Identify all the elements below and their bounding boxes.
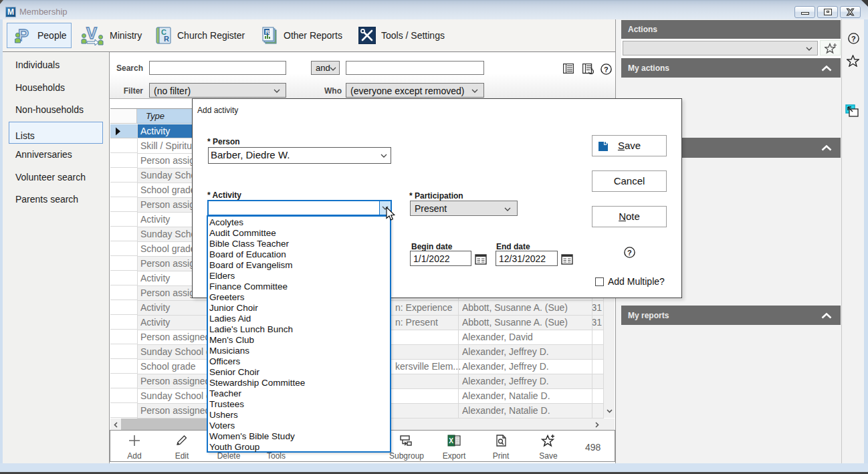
svg-text:X: X	[449, 437, 453, 445]
svg-text:R: R	[164, 35, 169, 43]
svg-text:R: R	[265, 29, 270, 35]
svg-text:?: ?	[627, 249, 632, 257]
svg-text:?: ?	[604, 66, 609, 74]
svg-text:?: ?	[851, 35, 856, 43]
